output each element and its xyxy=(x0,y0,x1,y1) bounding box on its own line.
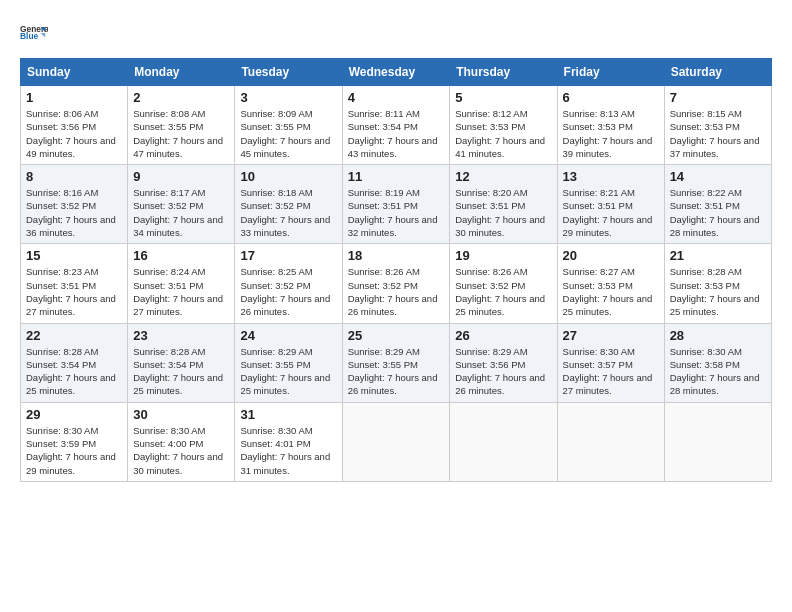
calendar-cell: 15Sunrise: 8:23 AMSunset: 3:51 PMDayligh… xyxy=(21,244,128,323)
day-number: 30 xyxy=(133,407,229,422)
day-number: 22 xyxy=(26,328,122,343)
calendar-week-0: 1Sunrise: 8:06 AMSunset: 3:56 PMDaylight… xyxy=(21,86,772,165)
page: General Blue SundayMondayTuesdayWednesda… xyxy=(0,0,792,492)
calendar-header-sunday: Sunday xyxy=(21,59,128,86)
calendar-cell: 12Sunrise: 8:20 AMSunset: 3:51 PMDayligh… xyxy=(450,165,557,244)
calendar-cell: 17Sunrise: 8:25 AMSunset: 3:52 PMDayligh… xyxy=(235,244,342,323)
day-info: Sunrise: 8:11 AMSunset: 3:54 PMDaylight:… xyxy=(348,107,445,160)
calendar-cell xyxy=(450,402,557,481)
calendar-cell: 24Sunrise: 8:29 AMSunset: 3:55 PMDayligh… xyxy=(235,323,342,402)
calendar-cell xyxy=(557,402,664,481)
day-number: 15 xyxy=(26,248,122,263)
calendar-cell: 20Sunrise: 8:27 AMSunset: 3:53 PMDayligh… xyxy=(557,244,664,323)
calendar-cell xyxy=(664,402,771,481)
day-info: Sunrise: 8:26 AMSunset: 3:52 PMDaylight:… xyxy=(348,265,445,318)
day-info: Sunrise: 8:26 AMSunset: 3:52 PMDaylight:… xyxy=(455,265,551,318)
calendar-cell: 14Sunrise: 8:22 AMSunset: 3:51 PMDayligh… xyxy=(664,165,771,244)
logo-icon: General Blue xyxy=(20,18,48,46)
calendar-cell: 29Sunrise: 8:30 AMSunset: 3:59 PMDayligh… xyxy=(21,402,128,481)
day-info: Sunrise: 8:23 AMSunset: 3:51 PMDaylight:… xyxy=(26,265,122,318)
calendar-header-monday: Monday xyxy=(128,59,235,86)
calendar-cell: 22Sunrise: 8:28 AMSunset: 3:54 PMDayligh… xyxy=(21,323,128,402)
svg-text:Blue: Blue xyxy=(20,31,38,41)
calendar-cell: 27Sunrise: 8:30 AMSunset: 3:57 PMDayligh… xyxy=(557,323,664,402)
day-info: Sunrise: 8:21 AMSunset: 3:51 PMDaylight:… xyxy=(563,186,659,239)
day-number: 4 xyxy=(348,90,445,105)
day-number: 20 xyxy=(563,248,659,263)
calendar-table: SundayMondayTuesdayWednesdayThursdayFrid… xyxy=(20,58,772,482)
day-info: Sunrise: 8:09 AMSunset: 3:55 PMDaylight:… xyxy=(240,107,336,160)
header: General Blue xyxy=(20,18,772,46)
calendar-cell: 6Sunrise: 8:13 AMSunset: 3:53 PMDaylight… xyxy=(557,86,664,165)
day-info: Sunrise: 8:16 AMSunset: 3:52 PMDaylight:… xyxy=(26,186,122,239)
day-number: 7 xyxy=(670,90,766,105)
day-number: 28 xyxy=(670,328,766,343)
day-number: 17 xyxy=(240,248,336,263)
day-number: 2 xyxy=(133,90,229,105)
day-number: 13 xyxy=(563,169,659,184)
day-info: Sunrise: 8:08 AMSunset: 3:55 PMDaylight:… xyxy=(133,107,229,160)
day-info: Sunrise: 8:30 AMSunset: 3:59 PMDaylight:… xyxy=(26,424,122,477)
calendar-cell: 5Sunrise: 8:12 AMSunset: 3:53 PMDaylight… xyxy=(450,86,557,165)
calendar-header-thursday: Thursday xyxy=(450,59,557,86)
calendar-cell: 7Sunrise: 8:15 AMSunset: 3:53 PMDaylight… xyxy=(664,86,771,165)
calendar-cell: 23Sunrise: 8:28 AMSunset: 3:54 PMDayligh… xyxy=(128,323,235,402)
day-info: Sunrise: 8:30 AMSunset: 3:57 PMDaylight:… xyxy=(563,345,659,398)
calendar-cell: 2Sunrise: 8:08 AMSunset: 3:55 PMDaylight… xyxy=(128,86,235,165)
day-info: Sunrise: 8:27 AMSunset: 3:53 PMDaylight:… xyxy=(563,265,659,318)
day-number: 10 xyxy=(240,169,336,184)
calendar-cell: 10Sunrise: 8:18 AMSunset: 3:52 PMDayligh… xyxy=(235,165,342,244)
calendar-week-3: 22Sunrise: 8:28 AMSunset: 3:54 PMDayligh… xyxy=(21,323,772,402)
day-number: 9 xyxy=(133,169,229,184)
day-info: Sunrise: 8:20 AMSunset: 3:51 PMDaylight:… xyxy=(455,186,551,239)
logo: General Blue xyxy=(20,18,48,46)
calendar-cell: 9Sunrise: 8:17 AMSunset: 3:52 PMDaylight… xyxy=(128,165,235,244)
day-info: Sunrise: 8:28 AMSunset: 3:54 PMDaylight:… xyxy=(26,345,122,398)
calendar-cell: 4Sunrise: 8:11 AMSunset: 3:54 PMDaylight… xyxy=(342,86,450,165)
logo-svg: General Blue xyxy=(20,18,48,46)
calendar-cell xyxy=(342,402,450,481)
day-number: 8 xyxy=(26,169,122,184)
day-info: Sunrise: 8:06 AMSunset: 3:56 PMDaylight:… xyxy=(26,107,122,160)
calendar-cell: 3Sunrise: 8:09 AMSunset: 3:55 PMDaylight… xyxy=(235,86,342,165)
day-number: 11 xyxy=(348,169,445,184)
day-number: 14 xyxy=(670,169,766,184)
day-number: 3 xyxy=(240,90,336,105)
day-info: Sunrise: 8:18 AMSunset: 3:52 PMDaylight:… xyxy=(240,186,336,239)
calendar-header-saturday: Saturday xyxy=(664,59,771,86)
calendar-week-1: 8Sunrise: 8:16 AMSunset: 3:52 PMDaylight… xyxy=(21,165,772,244)
calendar-cell: 26Sunrise: 8:29 AMSunset: 3:56 PMDayligh… xyxy=(450,323,557,402)
calendar-header-wednesday: Wednesday xyxy=(342,59,450,86)
calendar-cell: 19Sunrise: 8:26 AMSunset: 3:52 PMDayligh… xyxy=(450,244,557,323)
day-info: Sunrise: 8:28 AMSunset: 3:53 PMDaylight:… xyxy=(670,265,766,318)
calendar-cell: 13Sunrise: 8:21 AMSunset: 3:51 PMDayligh… xyxy=(557,165,664,244)
calendar-cell: 18Sunrise: 8:26 AMSunset: 3:52 PMDayligh… xyxy=(342,244,450,323)
calendar-header-friday: Friday xyxy=(557,59,664,86)
day-number: 5 xyxy=(455,90,551,105)
day-number: 1 xyxy=(26,90,122,105)
day-info: Sunrise: 8:29 AMSunset: 3:55 PMDaylight:… xyxy=(240,345,336,398)
day-info: Sunrise: 8:12 AMSunset: 3:53 PMDaylight:… xyxy=(455,107,551,160)
day-info: Sunrise: 8:30 AMSunset: 4:01 PMDaylight:… xyxy=(240,424,336,477)
day-info: Sunrise: 8:30 AMSunset: 3:58 PMDaylight:… xyxy=(670,345,766,398)
calendar-cell: 11Sunrise: 8:19 AMSunset: 3:51 PMDayligh… xyxy=(342,165,450,244)
calendar-cell: 8Sunrise: 8:16 AMSunset: 3:52 PMDaylight… xyxy=(21,165,128,244)
day-number: 27 xyxy=(563,328,659,343)
calendar-cell: 1Sunrise: 8:06 AMSunset: 3:56 PMDaylight… xyxy=(21,86,128,165)
day-info: Sunrise: 8:15 AMSunset: 3:53 PMDaylight:… xyxy=(670,107,766,160)
calendar-cell: 28Sunrise: 8:30 AMSunset: 3:58 PMDayligh… xyxy=(664,323,771,402)
day-info: Sunrise: 8:17 AMSunset: 3:52 PMDaylight:… xyxy=(133,186,229,239)
day-number: 29 xyxy=(26,407,122,422)
day-info: Sunrise: 8:19 AMSunset: 3:51 PMDaylight:… xyxy=(348,186,445,239)
day-number: 12 xyxy=(455,169,551,184)
day-number: 16 xyxy=(133,248,229,263)
day-info: Sunrise: 8:24 AMSunset: 3:51 PMDaylight:… xyxy=(133,265,229,318)
day-number: 23 xyxy=(133,328,229,343)
day-info: Sunrise: 8:22 AMSunset: 3:51 PMDaylight:… xyxy=(670,186,766,239)
calendar-header-row: SundayMondayTuesdayWednesdayThursdayFrid… xyxy=(21,59,772,86)
day-number: 18 xyxy=(348,248,445,263)
calendar-cell: 30Sunrise: 8:30 AMSunset: 4:00 PMDayligh… xyxy=(128,402,235,481)
day-info: Sunrise: 8:29 AMSunset: 3:55 PMDaylight:… xyxy=(348,345,445,398)
day-number: 6 xyxy=(563,90,659,105)
day-info: Sunrise: 8:28 AMSunset: 3:54 PMDaylight:… xyxy=(133,345,229,398)
